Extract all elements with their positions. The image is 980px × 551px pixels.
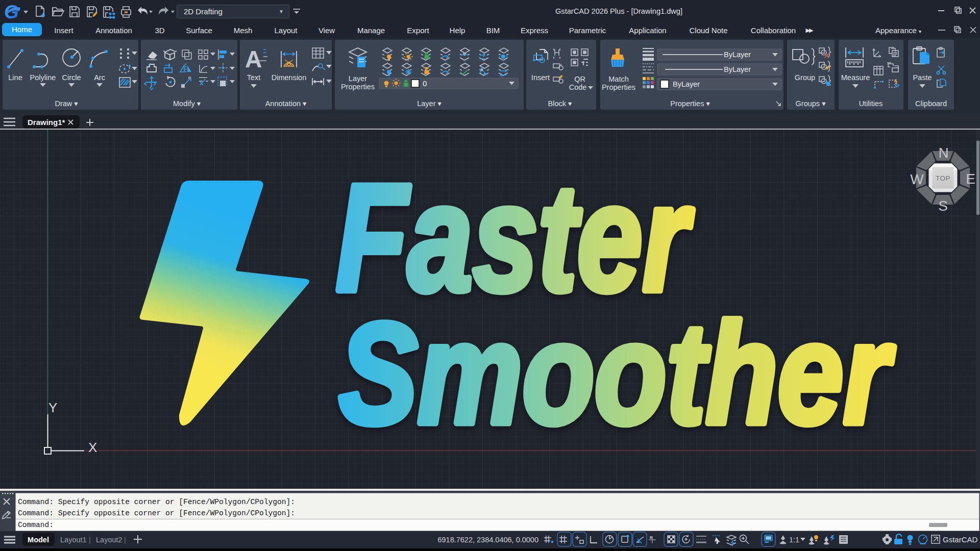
svg-text:X: X <box>88 440 97 455</box>
svg-text:Model: Model <box>28 536 49 544</box>
svg-text:Groups ▾: Groups ▾ <box>796 99 826 108</box>
svg-text:Paste: Paste <box>913 73 932 82</box>
svg-text:0: 0 <box>423 79 427 88</box>
svg-text:Layer ▾: Layer ▾ <box>417 99 442 108</box>
svg-text:Properties ▾: Properties ▾ <box>670 99 710 108</box>
svg-text:Dimension: Dimension <box>272 73 307 82</box>
svg-text:Line: Line <box>8 73 22 82</box>
svg-text:Circle: Circle <box>62 73 81 82</box>
svg-text:Polyline: Polyline <box>30 73 56 82</box>
svg-text:Properties: Properties <box>341 83 375 91</box>
svg-text:Clipboard: Clipboard <box>915 99 947 108</box>
svg-text:ByLayer: ByLayer <box>724 51 751 59</box>
svg-text:Code: Code <box>569 83 587 91</box>
svg-text:Layout2: Layout2 <box>96 536 122 544</box>
svg-text:ByLayer: ByLayer <box>724 65 751 73</box>
svg-text:S: S <box>938 198 948 214</box>
svg-text:N: N <box>938 145 948 161</box>
svg-text:Utilities: Utilities <box>859 99 883 108</box>
svg-text:Layer: Layer <box>349 74 367 83</box>
svg-text:Drawing1*: Drawing1* <box>28 118 65 127</box>
svg-text:Match: Match <box>608 75 629 83</box>
svg-text:Layout1: Layout1 <box>60 536 87 544</box>
svg-text:Insert: Insert <box>531 73 550 82</box>
svg-text:ByLayer: ByLayer <box>673 80 700 88</box>
svg-text:GstarCAD: GstarCAD <box>943 535 978 544</box>
svg-text:Text: Text <box>247 73 261 82</box>
svg-text:E: E <box>966 171 975 187</box>
svg-text:TOP: TOP <box>936 174 950 182</box>
svg-text:Properties: Properties <box>602 83 635 91</box>
svg-text:1:1: 1:1 <box>789 536 799 544</box>
svg-text:G: G <box>4 2 19 22</box>
svg-text:Arc: Arc <box>94 73 105 82</box>
svg-text:|: | <box>124 536 126 544</box>
svg-text:Draw ▾: Draw ▾ <box>55 99 78 108</box>
svg-text:6918.7622, 2384.0406, 0.0000: 6918.7622, 2384.0406, 0.0000 <box>437 536 538 544</box>
svg-text:Annotation ▾: Annotation ▾ <box>265 99 307 108</box>
svg-text:QR: QR <box>574 75 585 83</box>
svg-text:W: W <box>910 171 924 187</box>
svg-text:Modify ▾: Modify ▾ <box>173 99 201 108</box>
svg-text:Group: Group <box>795 73 815 82</box>
svg-text:Measure: Measure <box>841 73 870 82</box>
svg-text:Block ▾: Block ▾ <box>548 99 572 108</box>
svg-text:Smoother: Smoother <box>339 293 895 454</box>
svg-text:Y: Y <box>48 400 57 415</box>
svg-text:A: A <box>245 46 262 72</box>
svg-text:|: | <box>89 536 91 544</box>
